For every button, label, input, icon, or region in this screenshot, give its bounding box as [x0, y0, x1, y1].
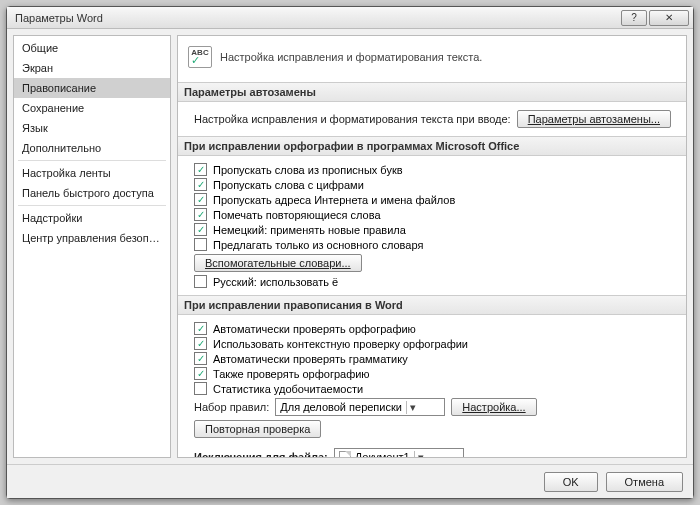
label-maindict: Предлагать только из основного словаря [213, 239, 423, 251]
sidebar-separator [18, 205, 166, 206]
label-auto-grammar: Автоматически проверять грамматику [213, 353, 408, 365]
sidebar-item-display[interactable]: Экран [14, 58, 170, 78]
panel-header: ABC ✓ Настройка исправления и форматиров… [188, 42, 676, 76]
sidebar-separator [18, 160, 166, 161]
rules-combo[interactable]: Для деловой переписки ▾ [275, 398, 445, 416]
options-window: Параметры Word ? ✕ Общие Экран Правописа… [6, 6, 694, 499]
dialog-body: Общие Экран Правописание Сохранение Язык… [7, 29, 693, 464]
checkbox-maindict[interactable] [194, 238, 207, 251]
checkbox-uppercase[interactable] [194, 163, 207, 176]
document-icon [339, 451, 351, 458]
sidebar-item-save[interactable]: Сохранение [14, 98, 170, 118]
checkbox-context-spell[interactable] [194, 337, 207, 350]
checkbox-numbers[interactable] [194, 178, 207, 191]
rules-value: Для деловой переписки [280, 401, 402, 413]
label-uppercase: Пропускать слова из прописных букв [213, 164, 403, 176]
label-german: Немецкий: применять новые правила [213, 224, 406, 236]
checkbox-auto-grammar[interactable] [194, 352, 207, 365]
checkbox-russian-yo[interactable] [194, 275, 207, 288]
sidebar: Общие Экран Правописание Сохранение Язык… [13, 35, 171, 458]
exceptions-value: Документ1 [355, 451, 410, 458]
rules-settings-button[interactable]: Настройка... [451, 398, 536, 416]
sidebar-item-language[interactable]: Язык [14, 118, 170, 138]
label-context-spell: Использовать контекстную проверку орфогр… [213, 338, 468, 350]
group-autocorrect-title: Параметры автозамены [178, 82, 686, 102]
group-word-title: При исправлении правописания в Word [178, 295, 686, 315]
group-office-title: При исправлении орфографии в программах … [178, 136, 686, 156]
label-russian-yo: Русский: использовать ё [213, 276, 338, 288]
sidebar-item-advanced[interactable]: Дополнительно [14, 138, 170, 158]
proofing-icon: ABC ✓ [188, 46, 212, 68]
autocorrect-label: Настройка исправления и форматирования т… [194, 113, 511, 125]
custom-dictionaries-button[interactable]: Вспомогательные словари... [194, 254, 362, 272]
label-repeated: Помечать повторяющиеся слова [213, 209, 381, 221]
exceptions-combo[interactable]: Документ1 ▾ [334, 448, 464, 458]
checkbox-german[interactable] [194, 223, 207, 236]
panel-header-text: Настройка исправления и форматирования т… [220, 51, 482, 63]
label-auto-spell: Автоматически проверять орфографию [213, 323, 416, 335]
close-button[interactable]: ✕ [649, 10, 689, 26]
chevron-down-icon: ▾ [406, 401, 420, 414]
main-panel: ABC ✓ Настройка исправления и форматиров… [177, 35, 687, 458]
rules-label: Набор правил: [194, 401, 269, 413]
titlebar: Параметры Word ? ✕ [7, 7, 693, 29]
label-readability: Статистика удобочитаемости [213, 383, 363, 395]
sidebar-item-ribbon[interactable]: Настройка ленты [14, 163, 170, 183]
autocorrect-options-button[interactable]: Параметры автозамены... [517, 110, 671, 128]
label-internet: Пропускать адреса Интернета и имена файл… [213, 194, 455, 206]
sidebar-item-qat[interactable]: Панель быстрого доступа [14, 183, 170, 203]
autocorrect-row: Настройка исправления и форматирования т… [188, 108, 676, 130]
ok-button[interactable]: OK [544, 472, 598, 492]
checkbox-readability[interactable] [194, 382, 207, 395]
sidebar-item-general[interactable]: Общие [14, 38, 170, 58]
checkbox-repeated[interactable] [194, 208, 207, 221]
sidebar-item-addins[interactable]: Надстройки [14, 208, 170, 228]
sidebar-item-trust[interactable]: Центр управления безопасностью [14, 228, 170, 248]
checkbox-internet[interactable] [194, 193, 207, 206]
dialog-footer: OK Отмена [7, 464, 693, 498]
checkbox-auto-spell[interactable] [194, 322, 207, 335]
sidebar-item-proofing[interactable]: Правописание [14, 78, 170, 98]
checkbox-also-spell[interactable] [194, 367, 207, 380]
label-numbers: Пропускать слова с цифрами [213, 179, 364, 191]
exceptions-label: Исключения для файла: [194, 451, 328, 458]
window-title: Параметры Word [15, 12, 619, 24]
cancel-button[interactable]: Отмена [606, 472, 683, 492]
help-button[interactable]: ? [621, 10, 647, 26]
label-also-spell: Также проверять орфографию [213, 368, 370, 380]
chevron-down-icon: ▾ [414, 451, 428, 459]
recheck-button[interactable]: Повторная проверка [194, 420, 321, 438]
